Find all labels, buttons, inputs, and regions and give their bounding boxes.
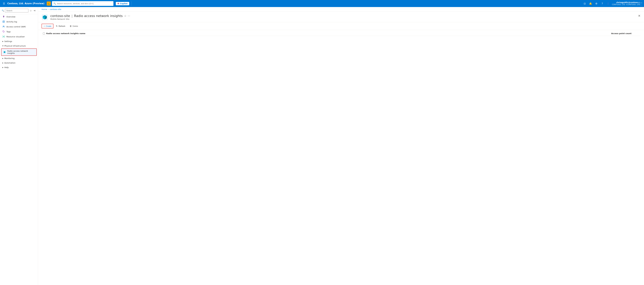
- svg-point-9: [4, 36, 5, 36]
- table-area: Radio access network insights name Acces…: [38, 30, 644, 285]
- sidebar-item-radio-access-network-insights[interactable]: Radio access network insights: [2, 49, 36, 56]
- svg-line-14: [3, 37, 4, 37]
- sidebar-collapse-icon[interactable]: ≪: [33, 8, 36, 12]
- breadcrumb: Home › contoso-site: [38, 7, 644, 12]
- hamburger-menu[interactable]: ☰: [2, 1, 6, 6]
- user-name: chrisqpublic@contoso.c....: [612, 2, 642, 4]
- page-resource-name: contoso-site: [50, 14, 70, 18]
- refresh-button-label: Refresh: [58, 25, 65, 27]
- breadcrumb-current[interactable]: contoso-site: [50, 8, 61, 10]
- sidebar-group-monitoring[interactable]: ▶ Monitoring: [0, 56, 38, 60]
- sidebar-group-monitoring-label: Monitoring: [4, 57, 15, 60]
- sidebar-item-overview[interactable]: Overview: [0, 14, 38, 19]
- select-all-checkbox-input[interactable]: [43, 32, 45, 34]
- sidebar-item-activity-log[interactable]: Activity log: [0, 19, 38, 24]
- sidebar-item-tags-label: Tags: [6, 30, 11, 33]
- page-title-section: contoso-site | Radio access network insi…: [50, 14, 636, 20]
- nav-icon-group: ⊡ 🔔 ⚙ ? 👤: [582, 1, 611, 6]
- sidebar-group-physical-infrastructure[interactable]: ▼ Physical infrastructure: [0, 44, 38, 48]
- global-search[interactable]: 🔍: [52, 1, 114, 6]
- create-icon: +: [44, 25, 45, 27]
- toolbar: + Create ↻ Refresh 🗑 Delete: [38, 22, 644, 30]
- sidebar-group-automation-label: Automation: [4, 62, 16, 64]
- svg-point-5: [4, 26, 4, 26]
- sidebar-group-settings[interactable]: ▶ Settings: [0, 39, 38, 44]
- sidebar-item-access-control[interactable]: Access control (IAM): [0, 24, 38, 29]
- sidebar-search-icon: 🔍: [2, 10, 4, 12]
- page-resource-type: Mobile Network Site: [50, 18, 636, 20]
- location-icon: [2, 15, 5, 18]
- nav-separator-1: [131, 2, 132, 6]
- top-navigation: ☰ Contoso, Ltd. Azure (Preview) 🐛 🔍 Copi…: [0, 0, 644, 7]
- create-button[interactable]: + Create: [42, 24, 54, 28]
- favorite-icon[interactable]: ☆: [124, 14, 126, 18]
- sidebar-filter-icon[interactable]: ◇: [29, 8, 32, 12]
- table-header: Radio access network insights name Acces…: [42, 32, 640, 36]
- feedback-icon-btn[interactable]: 👤: [606, 1, 611, 6]
- sidebar-item-access-control-label: Access control (IAM): [6, 26, 26, 28]
- radio-network-icon: [3, 51, 6, 54]
- sidebar-navigation: Overview Activity log: [0, 14, 38, 285]
- nav-logo: Contoso, Ltd. Azure (Preview): [7, 2, 44, 5]
- copilot-button[interactable]: Copilot: [116, 2, 129, 5]
- page-subtitle-title: Radio access network insights: [74, 14, 123, 18]
- user-org: CONTOSO, LTD. (CONTOSO, LTD....: [612, 4, 642, 6]
- sidebar-group-help-label: Help: [4, 66, 9, 68]
- svg-point-4: [3, 26, 4, 27]
- svg-point-10: [3, 37, 3, 38]
- user-profile[interactable]: chrisqpublic@contoso.c.... CONTOSO, LTD.…: [612, 2, 642, 6]
- visualizer-icon: [2, 35, 5, 38]
- sidebar-group-automation[interactable]: ▶ Automation: [0, 60, 38, 65]
- search-input[interactable]: [57, 2, 112, 5]
- delete-button-label: Delete: [72, 25, 78, 27]
- sidebar-item-resource-visualizer[interactable]: Resource visualizer: [0, 34, 38, 39]
- portal-icon-btn[interactable]: ⊡: [582, 1, 587, 6]
- title-separator: |: [72, 14, 72, 18]
- help-icon-btn[interactable]: ?: [600, 1, 605, 6]
- sidebar-group-help[interactable]: ▶ Help: [0, 65, 38, 70]
- bell-icon-btn[interactable]: 🔔: [588, 1, 593, 6]
- breadcrumb-separator: ›: [48, 8, 49, 10]
- copilot-icon: [118, 3, 119, 4]
- svg-line-12: [3, 36, 4, 36]
- svg-line-13: [4, 36, 4, 36]
- sidebar-search-area: 🔍 ◇ ≪: [0, 7, 38, 14]
- sidebar-item-overview-label: Overview: [6, 16, 15, 18]
- more-options-icon[interactable]: ···: [128, 14, 130, 18]
- svg-point-7: [3, 36, 4, 37]
- close-button[interactable]: ✕: [638, 14, 640, 18]
- main-layout: 🔍 ◇ ≪ Overview: [0, 7, 644, 285]
- automation-chevron-icon: ▶: [2, 62, 4, 64]
- settings-icon-btn[interactable]: ⚙: [594, 1, 599, 6]
- sidebar-item-radio-access-network-insights-label: Radio access network insights: [7, 50, 34, 54]
- page-header: contoso-site | Radio access network insi…: [38, 12, 644, 22]
- monitoring-chevron-icon: ▶: [2, 58, 4, 59]
- column-header-name: Radio access network insights name: [46, 32, 611, 34]
- sidebar-search-input[interactable]: [5, 9, 28, 12]
- sidebar-item-activity-log-label: Activity log: [6, 21, 17, 23]
- sidebar-group-settings-label: Settings: [4, 40, 12, 42]
- delete-icon: 🗑: [70, 25, 72, 27]
- page-title: contoso-site | Radio access network insi…: [50, 14, 636, 18]
- people-icon: [2, 25, 5, 28]
- settings-chevron-icon: ▶: [2, 40, 4, 42]
- log-icon: [2, 20, 5, 23]
- svg-point-8: [3, 36, 3, 36]
- physical-infrastructure-chevron-icon: ▼: [2, 45, 4, 47]
- sidebar-item-tags[interactable]: Tags: [0, 29, 38, 34]
- column-header-count: Access point count: [611, 32, 640, 34]
- breadcrumb-home[interactable]: Home: [42, 8, 47, 10]
- svg-point-11: [4, 37, 5, 38]
- tag-icon: [2, 30, 5, 33]
- search-icon: 🔍: [54, 2, 56, 5]
- select-all-checkbox[interactable]: [42, 32, 46, 34]
- svg-line-15: [4, 37, 4, 37]
- resource-icon: [42, 14, 48, 21]
- sidebar-item-resource-visualizer-label: Resource visualizer: [6, 36, 25, 38]
- active-sub-item-container: Radio access network insights: [1, 48, 37, 56]
- copilot-label: Copilot: [120, 2, 128, 5]
- delete-button[interactable]: 🗑 Delete: [68, 24, 80, 28]
- refresh-button[interactable]: ↻ Refresh: [54, 24, 67, 28]
- bug-icon[interactable]: 🐛: [47, 2, 51, 6]
- main-content: Home › contoso-site contoso-site | Radi: [38, 7, 644, 285]
